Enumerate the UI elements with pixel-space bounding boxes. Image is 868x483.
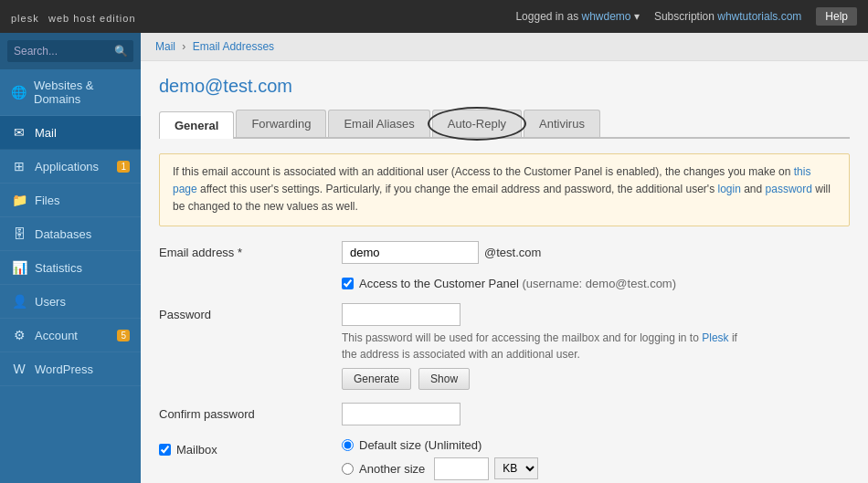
applications-icon: ⊞ [11,159,27,173]
mail-icon: ✉ [11,125,27,140]
info-link-login[interactable]: login [717,183,740,195]
form-row-email: Email address * @test.com [159,241,850,264]
sidebar-item-label: Applications [35,160,99,173]
generate-button[interactable]: Generate [342,368,411,390]
user-info: Logged in as whwdemo ▾ [515,10,639,23]
sidebar-item-label: Databases [35,227,91,241]
password-input[interactable] [342,303,460,326]
sidebar-item-account[interactable]: ⚙ Account 5 [0,319,141,352]
sidebar-item-label: Account [35,329,78,342]
sidebar-item-label: WordPress [35,362,93,376]
sidebar-item-databases[interactable]: 🗄 Databases [0,217,141,251]
breadcrumb-email-addresses[interactable]: Email Addresses [193,40,274,53]
wordpress-icon: W [11,362,27,376]
mailbox-size-input[interactable] [434,457,489,480]
tab-email-aliases[interactable]: Email Aliases [328,110,429,137]
mailbox-checkbox[interactable] [159,444,171,456]
tab-general[interactable]: General [159,111,234,139]
mailbox-label: Mailbox [159,438,342,457]
sidebar-item-label: Mail [35,126,57,140]
form-row-confirm-password: Confirm password [159,403,850,425]
sidebar-item-label: Statistics [35,261,82,275]
confirm-password-label: Confirm password [159,403,342,421]
applications-badge: 1 [117,161,130,173]
users-icon: 👤 [11,294,27,309]
sidebar-item-applications[interactable]: ⊞ Applications 1 [0,150,141,184]
sidebar-item-label: Websites & Domains [34,79,130,106]
subscription-link[interactable]: whwtutorials.com [717,10,801,23]
topbar: plesk web host edition Logged in as whwd… [0,0,868,33]
sidebar-item-label: Files [35,194,59,207]
form-row-password: Password This password will be used for … [159,303,850,390]
username-link[interactable]: whwdemo [582,10,631,23]
confirm-password-input[interactable] [342,403,460,425]
plesk-link[interactable]: Plesk [702,331,728,344]
customer-panel-label [159,277,342,281]
topbar-left: plesk web host edition [11,9,136,25]
customer-panel-sub: (username: demo@test.com) [522,277,676,290]
tab-auto-reply[interactable]: Auto-Reply [432,110,522,137]
account-badge: 5 [117,330,130,341]
customer-panel-control: Access to the Customer Panel (username: … [342,277,850,290]
tabs: General Forwarding Email Aliases Auto-Re… [159,110,850,139]
subscription-info: Subscription whwtutorials.com [654,10,801,23]
databases-icon: 🗄 [11,226,27,241]
mailbox-another-radio[interactable] [342,463,354,475]
password-control: This password will be used for accessing… [342,303,850,390]
password-hint: This password will be used for accessing… [342,330,850,362]
page-title: demo@test.com [159,76,850,97]
mailbox-another-label: Another size [359,462,425,476]
confirm-password-control [342,403,850,425]
sidebar-item-websites-domains[interactable]: 🌐 Websites & Domains [0,69,141,116]
mailbox-default-radio[interactable] [342,439,354,451]
tab-antivirus[interactable]: Antivirus [524,110,600,137]
password-label: Password [159,303,342,321]
email-control: @test.com [342,241,850,264]
sidebar-item-statistics[interactable]: 📊 Statistics [0,251,141,285]
tab-forwarding[interactable]: Forwarding [236,110,326,137]
sidebar: 🔍 🌐 Websites & Domains ✉ Mail ⊞ Applicat… [0,33,141,483]
breadcrumb-separator: › [182,40,188,53]
statistics-icon: 📊 [11,260,27,275]
sidebar-item-files[interactable]: 📁 Files [0,184,141,217]
sidebar-item-users[interactable]: 👤 Users [0,285,141,319]
plesk-logo: plesk web host edition [11,9,136,25]
sidebar-item-wordpress[interactable]: W WordPress [0,352,141,386]
email-label: Email address * [159,241,342,259]
sidebar-item-mail[interactable]: ✉ Mail [0,116,141,150]
info-box: If this email account is associated with… [159,153,850,226]
info-link[interactable]: this page [173,165,810,195]
mailbox-default-label: Default size (Unlimited) [359,438,482,452]
breadcrumb-mail[interactable]: Mail [155,40,175,53]
main-layout: 🔍 🌐 Websites & Domains ✉ Mail ⊞ Applicat… [0,33,868,483]
customer-panel-checkbox[interactable] [342,278,354,289]
form-row-customer-panel: Access to the Customer Panel (username: … [159,277,850,290]
breadcrumb: Mail › Email Addresses [141,33,868,61]
content-area: Mail › Email Addresses demo@test.com Gen… [141,33,868,483]
account-icon: ⚙ [11,328,27,342]
form-row-mailbox: Mailbox Default size (Unlimited) Another… [159,438,850,483]
email-domain: @test.com [484,246,541,259]
info-text: If this email account is associated with… [173,165,831,213]
customer-panel-text: Access to the Customer Panel (username: … [359,277,676,290]
sidebar-item-label: Users [35,295,66,309]
show-button[interactable]: Show [418,368,470,390]
topbar-right: Logged in as whwdemo ▾ Subscription whwt… [515,7,857,26]
help-button[interactable]: Help [816,7,857,26]
page-content: demo@test.com General Forwarding Email A… [141,61,868,483]
info-link-password[interactable]: password [766,183,812,195]
mailbox-text: Mailbox [176,443,217,457]
email-input[interactable] [342,241,479,264]
mailbox-kb-select[interactable]: KB MB [494,457,538,479]
files-icon: 📁 [11,193,27,207]
globe-icon: 🌐 [11,85,26,100]
search-icon: 🔍 [114,45,128,58]
mailbox-control: Default size (Unlimited) Another size KB… [342,438,850,483]
search-box: 🔍 [0,33,141,69]
